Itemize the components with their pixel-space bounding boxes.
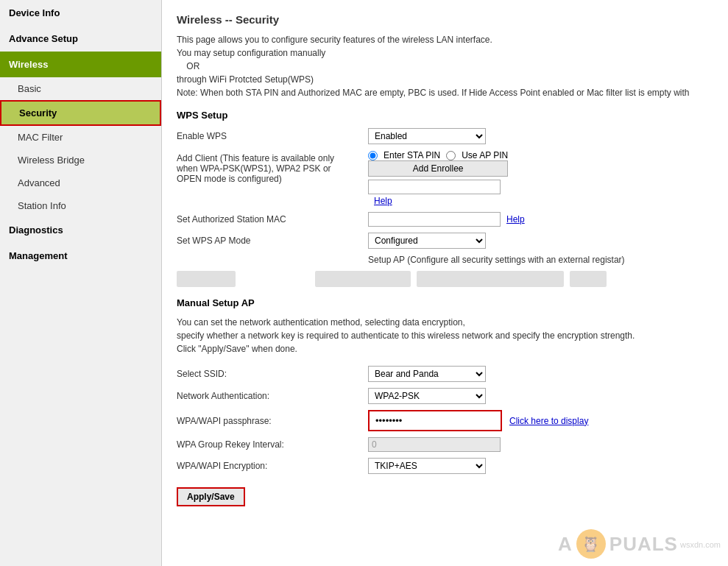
network-auth-label: Network Authentication: — [177, 391, 368, 401]
blurred-bar-3 — [417, 271, 564, 287]
wps-ap-mode-label: Set WPS AP Mode — [177, 236, 368, 246]
watermark-sub: wsxdn.com — [680, 540, 721, 549]
enable-wps-select[interactable]: Enabled Disabled — [368, 128, 486, 144]
sidebar-item-advanced[interactable]: Advanced — [0, 171, 161, 194]
wps-ap-mode-row: Set WPS AP Mode Configured Unconfigured — [177, 233, 713, 249]
wpa-rekey-row: WPA Group Rekey Interval: — [177, 437, 713, 452]
help-link-1[interactable]: Help — [374, 196, 508, 206]
wpa-encryption-select[interactable]: TKIP+AES AES TKIP — [368, 458, 486, 474]
sidebar: Device Info Advance Setup Wireless Basic… — [0, 0, 162, 566]
wpa-passphrase-input[interactable] — [372, 414, 498, 428]
setup-ap-row: Setup AP (Configure all security setting… — [177, 255, 713, 265]
blurred-bar-2 — [315, 271, 411, 287]
watermark-text-a: A — [558, 533, 573, 556]
sidebar-item-wireless[interactable]: Wireless — [0, 52, 161, 77]
network-auth-select[interactable]: WPA2-PSK WPA-PSK Open Shared — [368, 388, 486, 404]
wpa-passphrase-row: WPA/WAPI passphrase: Click here to displ… — [177, 410, 713, 431]
sidebar-item-security[interactable]: Security — [0, 100, 161, 126]
sidebar-item-wireless-bridge[interactable]: Wireless Bridge — [0, 149, 161, 171]
add-client-label: Add Client (This feature is available on… — [177, 150, 368, 184]
page-title: Wireless -- Security — [177, 13, 713, 26]
sidebar-item-basic[interactable]: Basic — [0, 77, 161, 100]
wpa-passphrase-label: WPA/WAPI passphrase: — [177, 416, 368, 426]
add-client-row: Add Client (This feature is available on… — [177, 150, 713, 206]
network-auth-row: Network Authentication: WPA2-PSK WPA-PSK… — [177, 388, 713, 404]
authorized-mac-row: Set Authorized Station MAC Help — [177, 212, 713, 227]
wpa-rekey-input[interactable] — [368, 437, 501, 452]
apply-save-button[interactable]: Apply/Save — [177, 487, 245, 506]
sta-pin-input[interactable] — [368, 180, 501, 194]
watermark-text-puals: PUALS — [609, 533, 678, 556]
watermark: A 🦉 PUALS wsxdn.com — [558, 529, 721, 559]
select-ssid-label: Select SSID: — [177, 369, 368, 379]
manual-section-title: Manual Setup AP — [177, 297, 713, 308]
enable-wps-label: Enable WPS — [177, 131, 368, 141]
blurred-bar-4 — [570, 271, 607, 287]
enable-wps-row: Enable WPS Enabled Disabled — [177, 128, 713, 144]
sidebar-item-station-info[interactable]: Station Info — [0, 194, 161, 217]
authorized-mac-input[interactable] — [368, 212, 501, 227]
radio-group: Enter STA PIN Use AP PIN — [368, 150, 508, 160]
sidebar-item-advance-setup[interactable]: Advance Setup — [0, 26, 161, 52]
wps-ap-mode-select[interactable]: Configured Unconfigured — [368, 233, 486, 249]
select-ssid-select[interactable]: Bear and Panda — [368, 366, 486, 382]
radio-enter-sta[interactable] — [368, 151, 378, 160]
blurred-data-row — [177, 271, 713, 287]
wpa-encryption-label: WPA/WAPI Encryption: — [177, 461, 368, 471]
select-ssid-row: Select SSID: Bear and Panda — [177, 366, 713, 382]
sidebar-item-management[interactable]: Management — [0, 243, 161, 269]
appuals-icon: 🦉 — [576, 529, 606, 559]
sidebar-item-diagnostics[interactable]: Diagnostics — [0, 217, 161, 243]
add-enrollee-button[interactable]: Add Enrollee — [368, 160, 508, 177]
wpa-passphrase-input-wrapper — [368, 410, 502, 431]
description: This page allows you to configure securi… — [177, 33, 713, 99]
help-link-2[interactable]: Help — [506, 214, 525, 224]
manual-setup-section: Manual Setup AP You can set the network … — [177, 297, 713, 506]
wps-section-title: WPS Setup — [177, 110, 713, 121]
sidebar-item-device-info[interactable]: Device Info — [0, 0, 161, 26]
wpa-encryption-row: WPA/WAPI Encryption: TKIP+AES AES TKIP — [177, 458, 713, 474]
wpa-rekey-label: WPA Group Rekey Interval: — [177, 439, 368, 450]
blurred-bar-1 — [177, 271, 236, 287]
add-client-controls: Enter STA PIN Use AP PIN Add Enrollee He… — [368, 150, 508, 206]
sidebar-item-mac-filter[interactable]: MAC Filter — [0, 126, 161, 149]
click-display-link[interactable]: Click here to display — [509, 416, 588, 426]
setup-ap-text: Setup AP (Configure all security setting… — [368, 255, 625, 265]
main-content: Wireless -- Security This page allows yo… — [162, 0, 728, 566]
radio-use-ap-label: Use AP PIN — [462, 150, 508, 160]
manual-description: You can set the network authentication m… — [177, 316, 713, 355]
radio-enter-sta-label: Enter STA PIN — [384, 150, 440, 160]
radio-use-ap[interactable] — [446, 151, 456, 160]
authorized-mac-label: Set Authorized Station MAC — [177, 214, 368, 224]
